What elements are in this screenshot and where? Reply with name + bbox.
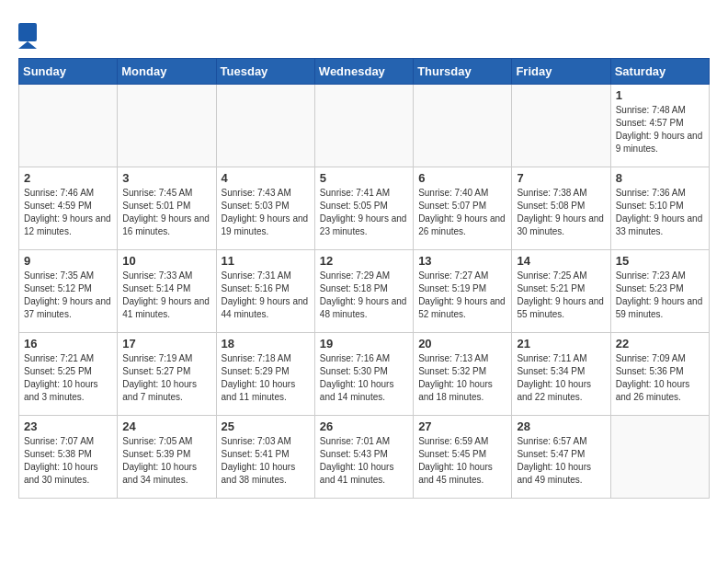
day-info: Sunrise: 7:43 AM Sunset: 5:03 PM Dayligh… (222, 187, 310, 238)
day-number: 23 (24, 419, 112, 433)
calendar-cell: 2Sunrise: 7:46 AM Sunset: 4:59 PM Daylig… (19, 167, 118, 250)
day-number: 13 (418, 254, 506, 268)
week-row-3: 9Sunrise: 7:35 AM Sunset: 5:12 PM Daylig… (19, 250, 710, 333)
calendar-cell: 25Sunrise: 7:03 AM Sunset: 5:41 PM Dayli… (216, 416, 314, 499)
day-number: 8 (616, 171, 704, 185)
calendar-cell: 3Sunrise: 7:45 AM Sunset: 5:01 PM Daylig… (118, 167, 216, 250)
calendar-cell: 28Sunrise: 6:57 AM Sunset: 5:47 PM Dayli… (512, 416, 610, 499)
weekday-header-monday: Monday (118, 59, 216, 85)
day-info: Sunrise: 6:59 AM Sunset: 5:45 PM Dayligh… (418, 435, 506, 487)
day-number: 28 (517, 419, 605, 433)
day-info: Sunrise: 7:13 AM Sunset: 5:32 PM Dayligh… (418, 352, 506, 404)
day-number: 7 (517, 171, 605, 185)
calendar-cell: 7Sunrise: 7:38 AM Sunset: 5:08 PM Daylig… (512, 167, 610, 250)
day-info: Sunrise: 6:57 AM Sunset: 5:47 PM Dayligh… (517, 435, 605, 487)
day-info: Sunrise: 7:09 AM Sunset: 5:36 PM Dayligh… (616, 352, 704, 404)
day-info: Sunrise: 7:40 AM Sunset: 5:07 PM Dayligh… (418, 187, 506, 238)
day-number: 22 (616, 337, 704, 350)
day-info: Sunrise: 7:33 AM Sunset: 5:14 PM Dayligh… (122, 270, 210, 321)
day-number: 5 (320, 171, 408, 185)
calendar-cell (314, 85, 413, 167)
calendar-cell: 20Sunrise: 7:13 AM Sunset: 5:32 PM Dayli… (414, 333, 512, 416)
calendar-cell: 12Sunrise: 7:29 AM Sunset: 5:18 PM Dayli… (314, 250, 413, 333)
calendar-cell: 14Sunrise: 7:25 AM Sunset: 5:21 PM Dayli… (512, 250, 610, 333)
calendar-cell: 24Sunrise: 7:05 AM Sunset: 5:39 PM Dayli… (118, 416, 216, 499)
weekday-header-thursday: Thursday (414, 59, 512, 85)
day-number: 20 (418, 337, 506, 350)
day-info: Sunrise: 7:36 AM Sunset: 5:10 PM Dayligh… (616, 187, 704, 238)
day-info: Sunrise: 7:05 AM Sunset: 5:39 PM Dayligh… (122, 435, 210, 487)
calendar-cell: 19Sunrise: 7:16 AM Sunset: 5:30 PM Dayli… (314, 333, 413, 416)
day-number: 9 (24, 254, 112, 268)
day-number: 19 (320, 337, 408, 350)
calendar-cell (118, 85, 216, 167)
weekday-header-saturday: Saturday (610, 59, 709, 85)
day-info: Sunrise: 7:25 AM Sunset: 5:21 PM Dayligh… (517, 270, 605, 321)
day-info: Sunrise: 7:01 AM Sunset: 5:43 PM Dayligh… (320, 435, 408, 487)
day-info: Sunrise: 7:03 AM Sunset: 5:41 PM Dayligh… (222, 435, 310, 487)
day-number: 3 (122, 171, 210, 185)
day-info: Sunrise: 7:07 AM Sunset: 5:38 PM Dayligh… (24, 435, 112, 487)
day-info: Sunrise: 7:19 AM Sunset: 5:27 PM Dayligh… (122, 352, 210, 404)
weekday-header-sunday: Sunday (19, 59, 118, 85)
day-number: 11 (222, 254, 310, 268)
day-info: Sunrise: 7:45 AM Sunset: 5:01 PM Dayligh… (122, 187, 210, 238)
calendar-cell: 26Sunrise: 7:01 AM Sunset: 5:43 PM Dayli… (314, 416, 413, 499)
day-info: Sunrise: 7:16 AM Sunset: 5:30 PM Dayligh… (320, 352, 408, 404)
weekday-header-friday: Friday (512, 59, 610, 85)
week-row-5: 23Sunrise: 7:07 AM Sunset: 5:38 PM Dayli… (19, 416, 710, 499)
day-number: 24 (122, 419, 210, 433)
calendar-cell: 4Sunrise: 7:43 AM Sunset: 5:03 PM Daylig… (216, 167, 314, 250)
day-number: 16 (24, 337, 112, 350)
day-info: Sunrise: 7:11 AM Sunset: 5:34 PM Dayligh… (517, 352, 605, 404)
day-number: 1 (616, 88, 704, 102)
page-header (18, 18, 710, 49)
calendar-table: SundayMondayTuesdayWednesdayThursdayFrid… (18, 58, 710, 499)
day-info: Sunrise: 7:29 AM Sunset: 5:18 PM Dayligh… (320, 270, 408, 321)
day-number: 12 (320, 254, 408, 268)
day-info: Sunrise: 7:21 AM Sunset: 5:25 PM Dayligh… (24, 352, 112, 404)
day-number: 21 (517, 337, 605, 350)
calendar-cell (610, 416, 709, 499)
svg-rect-0 (18, 23, 37, 41)
day-info: Sunrise: 7:31 AM Sunset: 5:16 PM Dayligh… (222, 270, 310, 321)
logo (18, 23, 39, 49)
weekday-header-wednesday: Wednesday (314, 59, 413, 85)
calendar-cell: 6Sunrise: 7:40 AM Sunset: 5:07 PM Daylig… (414, 167, 512, 250)
week-row-2: 2Sunrise: 7:46 AM Sunset: 4:59 PM Daylig… (19, 167, 710, 250)
calendar-cell: 18Sunrise: 7:18 AM Sunset: 5:29 PM Dayli… (216, 333, 314, 416)
calendar-cell (216, 85, 314, 167)
day-number: 26 (320, 419, 408, 433)
day-info: Sunrise: 7:41 AM Sunset: 5:05 PM Dayligh… (320, 187, 408, 238)
day-number: 18 (222, 337, 310, 350)
calendar-cell: 11Sunrise: 7:31 AM Sunset: 5:16 PM Dayli… (216, 250, 314, 333)
day-info: Sunrise: 7:35 AM Sunset: 5:12 PM Dayligh… (24, 270, 112, 321)
calendar-cell (414, 85, 512, 167)
calendar-cell: 8Sunrise: 7:36 AM Sunset: 5:10 PM Daylig… (610, 167, 709, 250)
calendar-cell: 23Sunrise: 7:07 AM Sunset: 5:38 PM Dayli… (19, 416, 118, 499)
calendar-cell: 13Sunrise: 7:27 AM Sunset: 5:19 PM Dayli… (414, 250, 512, 333)
calendar-cell: 10Sunrise: 7:33 AM Sunset: 5:14 PM Dayli… (118, 250, 216, 333)
svg-marker-1 (18, 41, 37, 49)
calendar-cell (19, 85, 118, 167)
calendar-cell: 15Sunrise: 7:23 AM Sunset: 5:23 PM Dayli… (610, 250, 709, 333)
day-number: 17 (122, 337, 210, 350)
day-info: Sunrise: 7:38 AM Sunset: 5:08 PM Dayligh… (517, 187, 605, 238)
day-info: Sunrise: 7:48 AM Sunset: 4:57 PM Dayligh… (616, 104, 704, 155)
calendar-cell: 9Sunrise: 7:35 AM Sunset: 5:12 PM Daylig… (19, 250, 118, 333)
day-number: 15 (616, 254, 704, 268)
day-number: 6 (418, 171, 506, 185)
calendar-cell: 21Sunrise: 7:11 AM Sunset: 5:34 PM Dayli… (512, 333, 610, 416)
day-number: 27 (418, 419, 506, 433)
day-number: 2 (24, 171, 112, 185)
week-row-1: 1Sunrise: 7:48 AM Sunset: 4:57 PM Daylig… (19, 85, 710, 167)
day-info: Sunrise: 7:27 AM Sunset: 5:19 PM Dayligh… (418, 270, 506, 321)
weekday-header-tuesday: Tuesday (216, 59, 314, 85)
weekday-header-row: SundayMondayTuesdayWednesdayThursdayFrid… (19, 59, 710, 85)
calendar-cell: 22Sunrise: 7:09 AM Sunset: 5:36 PM Dayli… (610, 333, 709, 416)
calendar-cell: 5Sunrise: 7:41 AM Sunset: 5:05 PM Daylig… (314, 167, 413, 250)
calendar-cell: 1Sunrise: 7:48 AM Sunset: 4:57 PM Daylig… (610, 85, 709, 167)
day-number: 25 (222, 419, 310, 433)
calendar-cell (512, 85, 610, 167)
day-number: 10 (122, 254, 210, 268)
